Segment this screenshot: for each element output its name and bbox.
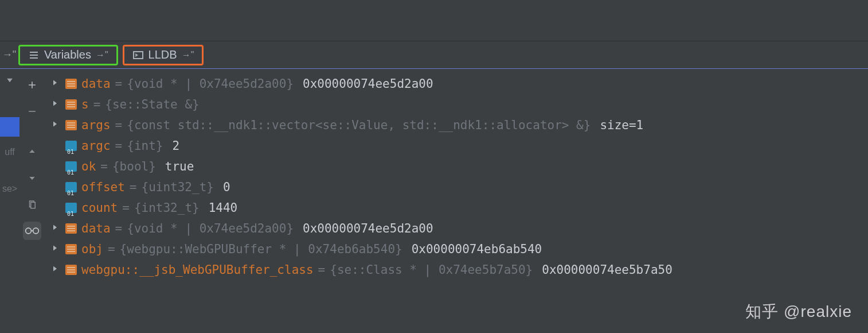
equals-sign: = <box>115 218 123 239</box>
variable-name: webgpu::__jsb_WebGPUBuffer_class <box>81 260 314 280</box>
variable-value: 2 <box>172 135 179 156</box>
variable-row[interactable]: ok = {bool} true <box>47 156 868 177</box>
tab-variables[interactable]: Variables →" <box>18 45 118 65</box>
variable-row[interactable]: data = {void * | 0x74ee5d2a00} 0x0000007… <box>47 218 868 239</box>
top-empty-bar <box>0 0 868 41</box>
variable-name: ok <box>81 156 96 177</box>
expand-arrow-icon[interactable] <box>52 224 61 233</box>
variable-row[interactable]: s = {se::State &} <box>47 94 868 115</box>
variable-type: {webgpu::WebGPUBuffer * | 0x74eb6ab540} <box>120 239 402 260</box>
variable-value: 1440 <box>209 198 238 218</box>
variable-value: 0x00000074eb6ab540 <box>412 239 542 260</box>
variable-type: {bool} <box>112 156 156 177</box>
svg-point-10 <box>33 228 39 234</box>
equals-sign: = <box>115 135 123 156</box>
tab-lldb-label: LLDB <box>148 48 177 61</box>
primitive-type-icon <box>65 161 77 172</box>
variable-row[interactable]: data = {void * | 0x74ee5d2a00} 0x0000007… <box>47 73 868 94</box>
variable-value: 0x00000074ee5d2a00 <box>303 73 433 94</box>
variables-panel: data = {void * | 0x74ee5d2a00} 0x0000007… <box>45 69 868 333</box>
expand-arrow-icon[interactable] <box>52 245 61 254</box>
variable-type: {int} <box>127 135 163 156</box>
equals-sign: = <box>108 239 115 260</box>
side-toolbar <box>19 69 45 333</box>
variable-value: size=1 <box>600 115 643 135</box>
equals-sign: = <box>115 73 123 94</box>
primitive-type-icon <box>65 182 77 192</box>
equals-sign: = <box>100 156 108 177</box>
expand-arrow-icon[interactable] <box>52 100 61 109</box>
list-icon <box>28 49 40 61</box>
down-button[interactable] <box>23 169 41 187</box>
equals-sign: = <box>318 260 326 280</box>
variable-name: obj <box>81 239 103 260</box>
variable-name: args <box>81 115 111 135</box>
equals-sign: = <box>93 94 101 115</box>
console-icon <box>132 49 144 61</box>
expand-arrow-icon[interactable] <box>52 121 61 130</box>
variable-value: 0x00000074ee5b7a50 <box>542 260 672 280</box>
variable-row[interactable]: argc = {int} 2 <box>47 135 868 156</box>
variable-row[interactable]: offset = {uint32_t} 0 <box>47 177 868 198</box>
main-area: uff se> data = {void * | 0x74ee5d2a00} 0… <box>0 69 868 333</box>
svg-rect-3 <box>134 52 143 59</box>
equals-sign: = <box>130 177 137 198</box>
variable-name: count <box>81 198 118 218</box>
variable-name: data <box>81 218 111 239</box>
add-watch-button[interactable] <box>23 76 41 94</box>
variable-value: true <box>165 156 194 177</box>
variable-name: data <box>81 73 111 94</box>
expand-arrow-icon[interactable] <box>52 79 61 88</box>
variable-type: {int32_t} <box>134 198 200 218</box>
struct-type-icon <box>65 223 77 234</box>
variable-value: 0x00000074ee5d2a00 <box>303 218 433 239</box>
primitive-type-icon <box>65 203 77 213</box>
variable-row[interactable]: webgpu::__jsb_WebGPUBuffer_class = {se::… <box>47 260 868 280</box>
variable-row[interactable]: obj = {webgpu::WebGPUBuffer * | 0x74eb6a… <box>47 239 868 260</box>
variable-type: {void * | 0x74ee5d2a00} <box>127 73 294 94</box>
equals-sign: = <box>122 198 130 218</box>
copy-button[interactable] <box>23 195 41 214</box>
variable-name: argc <box>81 135 111 156</box>
variable-row[interactable]: count = {int32_t} 1440 <box>47 198 868 218</box>
struct-type-icon <box>65 120 77 130</box>
watermark: 知乎 @realxie <box>745 301 852 323</box>
variable-type: {uint32_t} <box>142 177 214 198</box>
down-arrow-icon[interactable] <box>5 76 14 85</box>
left-gutter: uff se> <box>0 69 19 333</box>
primitive-type-icon <box>65 141 77 151</box>
variable-type: {se::Class * | 0x74ee5b7a50} <box>330 260 533 280</box>
up-button[interactable] <box>23 142 41 161</box>
tab-lldb[interactable]: LLDB →" <box>123 45 204 65</box>
remove-watch-button[interactable] <box>23 102 41 121</box>
variable-name: offset <box>81 177 125 198</box>
variable-type: {const std::__ndk1::vector<se::Value, st… <box>127 115 591 135</box>
gutter-label-uff: uff <box>5 147 15 157</box>
svg-rect-8 <box>31 202 36 208</box>
tab-variables-label: Variables <box>44 48 91 61</box>
pin-icon: →" <box>182 50 194 60</box>
expand-arrow-icon[interactable] <box>52 265 61 274</box>
tab-bar: →" Variables →" LLDB →" <box>0 41 868 69</box>
equals-sign: = <box>115 115 123 135</box>
struct-type-icon <box>65 265 77 275</box>
glasses-button[interactable] <box>23 222 41 240</box>
gutter-label-se: se> <box>2 184 17 194</box>
struct-type-icon <box>65 244 77 254</box>
struct-type-icon <box>65 99 77 110</box>
variable-name: s <box>81 94 89 115</box>
stack-frame-marker[interactable] <box>0 117 19 137</box>
variable-type: {void * | 0x74ee5d2a00} <box>127 218 294 239</box>
variable-row[interactable]: args = {const std::__ndk1::vector<se::Va… <box>47 115 868 135</box>
variable-value: 0 <box>223 177 230 198</box>
svg-point-9 <box>26 228 32 234</box>
variable-type: {se::State &} <box>105 94 199 115</box>
struct-type-icon <box>65 79 77 89</box>
pin-icon: →" <box>96 50 108 60</box>
pin-icon-left[interactable]: →" <box>2 41 16 68</box>
